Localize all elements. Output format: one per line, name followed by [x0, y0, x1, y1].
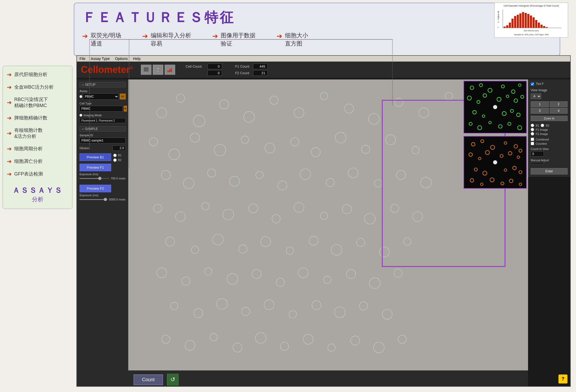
sidebar-label-2: 全血WBC活力分析: [14, 84, 54, 90]
sidebar-item-5[interactable]: ➔ 有核细胞计数&活力分析: [7, 127, 68, 140]
sidebar-label-6: 细胞周期分析: [14, 146, 43, 152]
svg-rect-35: [157, 71, 159, 72]
sidebar-item-3[interactable]: ➔ RBC污染情况下精确计数PBMC: [7, 97, 68, 109]
svg-rect-33: [159, 69, 160, 70]
svg-point-71: [300, 169, 311, 180]
svg-point-50: [395, 98, 403, 107]
svg-point-160: [493, 160, 497, 164]
cell-type-input-row: ✏: [80, 106, 126, 112]
counted-checkbox-row[interactable]: Counted: [531, 142, 568, 145]
sample-section-dash: ─: [82, 127, 84, 131]
menu-assay-type[interactable]: Assay Type: [91, 57, 110, 61]
svg-point-85: [342, 205, 352, 214]
toolbar-icon-calc[interactable]: [153, 65, 163, 75]
features-items-container: ➔ 双荧光/明场通道 ➔ 编辑和导入分析容易 ➔ 图像用于数据验证 ➔ 细胞大小…: [82, 32, 552, 48]
svg-point-60: [311, 148, 320, 157]
b1-radio[interactable]: [531, 124, 534, 127]
feature-item-1: ➔ 双荧光/明场通道: [82, 32, 121, 48]
help-button[interactable]: ?: [558, 374, 568, 384]
svg-point-88: [413, 212, 423, 222]
svg-text:0: 0: [498, 27, 499, 28]
sample-id-input[interactable]: [80, 138, 126, 143]
svg-point-116: [289, 310, 296, 318]
counted-checkbox[interactable]: [531, 142, 534, 145]
cell-type-edit-icon[interactable]: ✏: [124, 106, 127, 112]
radio-b2[interactable]: [113, 158, 117, 162]
svg-point-55: [190, 133, 200, 142]
svg-point-99: [403, 238, 411, 245]
svg-point-106: [298, 268, 308, 278]
feature-arrow-2: ➔: [142, 32, 148, 40]
sidebar-label-7: 细胞凋亡分析: [14, 158, 43, 164]
svg-point-46: [294, 108, 304, 118]
svg-point-67: [208, 169, 216, 177]
preview-b1-radio1[interactable]: B1: [113, 154, 121, 157]
svg-point-125: [255, 333, 266, 343]
b2-radio[interactable]: [541, 124, 544, 127]
radio-b1-label: B1: [118, 154, 121, 157]
imaging-mode-input[interactable]: [80, 118, 126, 123]
sidebar-item-8[interactable]: ➔ GFP表达检测: [7, 171, 68, 178]
assay-edit-icon[interactable]: ✏: [120, 94, 126, 99]
tint-f-checkbox[interactable]: [531, 82, 534, 86]
svg-point-112: [194, 309, 203, 318]
svg-point-57: [241, 136, 249, 143]
menu-options[interactable]: Options: [115, 57, 128, 61]
sidebar-item-7[interactable]: ➔ 细胞凋亡分析: [7, 158, 68, 165]
assay-select[interactable]: PBMC: [83, 93, 119, 100]
manual-adjust-label: Manual Adjust: [531, 159, 568, 162]
menu-help[interactable]: Help: [133, 57, 141, 61]
toolbar-icon-chart[interactable]: [165, 65, 175, 75]
f1-radio-row[interactable]: F1 Image: [531, 128, 568, 131]
view-btn-1[interactable]: 1: [531, 101, 549, 107]
toolbar-icon-list[interactable]: [141, 65, 151, 75]
f1-image-radio[interactable]: [531, 128, 534, 131]
feature-item-4: ➔ 细胞大小直方图: [277, 32, 308, 48]
preview-b1-button[interactable]: Preview B1: [80, 153, 111, 161]
preview-b2-radio2[interactable]: B2: [113, 158, 121, 162]
preview-f2-button[interactable]: Preview F2: [80, 185, 111, 192]
menu-bar: File Assay Type Options Help: [77, 56, 570, 62]
refresh-button[interactable]: ↺: [167, 374, 179, 385]
svg-rect-12: [533, 17, 535, 28]
f2-slider[interactable]: [80, 199, 108, 200]
enter-button[interactable]: Enter: [531, 168, 568, 174]
left-panel: ─ SETUP Assay PBMC ✏ Cell Type ✏ Imaging…: [77, 79, 128, 386]
menu-file[interactable]: File: [80, 57, 86, 61]
sidebar-arrow-1: ➔: [7, 71, 12, 78]
f2-image-radio[interactable]: [531, 132, 534, 135]
combined-checkbox[interactable]: [531, 138, 534, 141]
combined-checkbox-row[interactable]: Combined: [531, 138, 568, 141]
f1-slider-row: 700.0 msec: [80, 177, 126, 180]
svg-point-82: [272, 215, 280, 223]
b1-radio-row[interactable]: B1 B2: [531, 124, 568, 127]
view-btn-4[interactable]: 4: [550, 108, 568, 114]
sidebar-item-4[interactable]: ➔ 脾细胞精确计数: [7, 115, 68, 122]
image-select-radio-group: B1 B2 F1 Image F2 Image: [531, 124, 568, 135]
feature-arrow-4: ➔: [277, 32, 282, 40]
f1-slider[interactable]: [80, 178, 109, 179]
view-btn-2[interactable]: 2: [550, 101, 568, 107]
view-dropdown[interactable]: A: [531, 93, 541, 99]
setup-section-label: SETUP: [85, 83, 96, 87]
preview-f1-button[interactable]: Preview F1: [80, 164, 111, 171]
svg-point-101: [182, 277, 190, 285]
sidebar-item-6[interactable]: ➔ 细胞周期分析: [7, 145, 68, 152]
zoom-in-button[interactable]: Zoom In: [531, 116, 568, 121]
view-btn-3[interactable]: 3: [531, 108, 549, 114]
f2-radio-row[interactable]: F2 Image: [531, 132, 568, 135]
svg-point-126: [280, 342, 289, 351]
svg-point-48: [344, 104, 354, 113]
cell-type-input[interactable]: [80, 106, 123, 112]
radio-b1[interactable]: [113, 154, 117, 157]
sidebar-item-1[interactable]: ➔ 原代肝细胞分析: [7, 71, 68, 78]
manual-adjust-input[interactable]: [531, 163, 544, 164]
svg-point-66: [183, 178, 194, 189]
svg-point-53: [149, 138, 158, 146]
count-button[interactable]: Count: [134, 374, 163, 385]
svg-point-122: [185, 340, 195, 350]
sidebar-item-2[interactable]: ➔ 全血WBC活力分析: [7, 84, 68, 91]
svg-point-129: [351, 336, 360, 345]
svg-point-47: [320, 92, 328, 100]
setup-section-header: ─ SETUP: [80, 82, 126, 87]
